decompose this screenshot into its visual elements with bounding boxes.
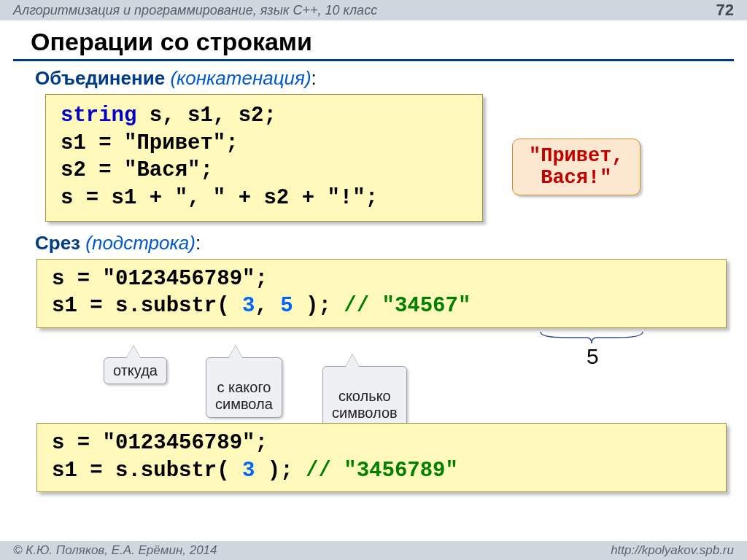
copyright: © К.Ю. Поляков, Е.А. Ерёмин, 2014	[13, 543, 217, 558]
arg-from: 3	[242, 459, 255, 483]
page-number: 72	[716, 1, 734, 20]
kw-string: string	[61, 104, 136, 128]
site-url: http://kpolyakov.spb.ru	[611, 543, 734, 558]
course-label: Алгоритмизация и программирование, язык …	[13, 3, 377, 18]
page-title: Операции со строками	[0, 20, 747, 59]
brace-icon	[537, 330, 646, 345]
brace-count: 5	[587, 344, 599, 369]
code-block-2: s = "0123456789"; s1 = s.substr( 3, 5 );…	[36, 259, 727, 328]
bubble-from: откуда	[104, 357, 167, 384]
code-line: s1 = s.substr( 3, 5 ); // "34567"	[52, 292, 711, 320]
code-block-3: s = "0123456789"; s1 = s.substr( 3 ); //…	[36, 423, 727, 492]
callout-line: Вася!"	[529, 167, 624, 189]
slide-footer: © К.Ю. Поляков, Е.А. Ерёмин, 2014 http:/…	[0, 541, 747, 560]
arg-from: 3	[242, 294, 255, 318]
arg-count: 5	[280, 294, 293, 318]
section-concat: Объединение (конкатенация):	[0, 66, 747, 94]
title-underline	[13, 59, 734, 61]
callout-result: "Привет, Вася!"	[512, 139, 640, 195]
section-paren: (конкатенация)	[170, 67, 311, 89]
code-line: s2 = "Вася";	[61, 157, 468, 184]
code-block-1: string s, s1, s2; s1 = "Привет"; s2 = "В…	[45, 94, 483, 222]
section-label: Объединение	[35, 67, 165, 89]
comment: // "3456789"	[293, 459, 458, 483]
section-paren: (подстрока)	[85, 232, 196, 254]
callout-line: "Привет,	[529, 145, 624, 167]
code-line: s1 = s.substr( 3 ); // "3456789"	[52, 457, 711, 485]
comment: // "34567"	[331, 294, 471, 318]
slide-header: Алгоритмизация и программирование, язык …	[0, 0, 747, 20]
section-substr: Срез (подстрока):	[0, 222, 747, 259]
code-line: s = "0123456789";	[52, 265, 711, 293]
code-line: s = "0123456789";	[52, 429, 711, 457]
code-line: s = s1 + ", " + s2 + "!";	[61, 184, 468, 212]
bubble-which-char: с какого символа	[206, 357, 282, 418]
code-line: s1 = "Привет";	[61, 130, 468, 158]
bubble-how-many: сколько символов	[322, 366, 407, 427]
section-label: Срез	[35, 232, 80, 254]
